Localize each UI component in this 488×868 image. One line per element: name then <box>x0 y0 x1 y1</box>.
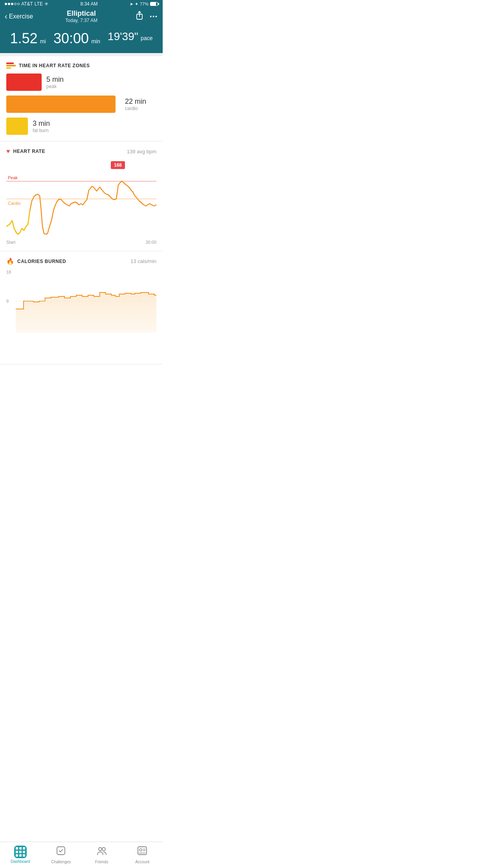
cal-y-mid: 9 <box>6 299 9 303</box>
zones-title: TIME IN HEART RATE ZONES <box>19 63 90 68</box>
cal-title-group: 🔥 CALORIES BURNED <box>6 257 66 265</box>
cal-chart-area <box>16 270 156 333</box>
duration-stat: 30:00 min <box>53 30 100 47</box>
status-right: ➤ ✦ 77% <box>130 2 158 7</box>
flame-icon: 🔥 <box>6 257 14 265</box>
hr-title-group: ♥ HEART RATE <box>6 148 45 155</box>
chevron-left-icon: ‹ <box>5 12 7 21</box>
zone-peak-info: 5 min peak <box>46 75 78 89</box>
cal-chart-svg <box>16 270 156 333</box>
back-label: Exercise <box>9 13 33 20</box>
workout-title: Elliptical <box>65 9 97 18</box>
carrier-label: AT&T <box>21 1 33 7</box>
zone-fatburn-name: fat burn <box>33 128 64 133</box>
stats-row: 1.52 mi 30:00 min 19'39" pace <box>0 26 163 53</box>
calories-section: 🔥 CALORIES BURNED 13 cals/min 18 9 <box>0 251 163 364</box>
zone-fatburn-value: 3 min <box>33 120 64 128</box>
zones-header: TIME IN HEART RATE ZONES <box>6 63 156 69</box>
zone-fatburn-row: 3 min fat burn <box>6 118 156 135</box>
peak-badge: 168 <box>111 161 125 169</box>
zone-fatburn-bar <box>6 118 28 135</box>
workout-subtitle: Today, 7:37 AM <box>65 18 97 23</box>
location-icon: ➤ <box>130 2 133 7</box>
battery-pct: 77% <box>140 2 149 6</box>
svg-text:Peak: Peak <box>8 175 18 180</box>
heart-rate-zones-section: TIME IN HEART RATE ZONES 5 min peak 22 m… <box>0 56 163 142</box>
zones-container: 5 min peak 22 min cardio 3 min fat burn <box>6 74 156 135</box>
pace-value: 19'39" <box>108 30 138 42</box>
signal-dots <box>5 3 20 5</box>
zone-peak-value: 5 min <box>46 75 78 84</box>
zone-cardio-bar <box>6 96 116 113</box>
zone-peak-name: peak <box>46 84 78 89</box>
hr-chart-svg: Peak Cardio <box>6 160 156 238</box>
cal-y-max: 18 <box>6 270 11 274</box>
cal-chart-wrapper: 18 9 <box>6 270 156 333</box>
hr-title: HEART RATE <box>13 149 45 154</box>
bluetooth-icon: ✦ <box>135 2 138 7</box>
zone-peak-bar <box>6 74 42 91</box>
distance-stat: 1.52 mi <box>10 30 46 47</box>
section-gap <box>0 53 163 56</box>
time-label: 8:34 AM <box>80 1 97 7</box>
svg-text:Cardio: Cardio <box>8 201 20 206</box>
hr-end-label: 30:00 <box>145 240 156 245</box>
cal-title: CALORIES BURNED <box>17 259 66 264</box>
zone-fatburn-info: 3 min fat burn <box>33 120 64 133</box>
hr-avg: 139 avg bpm <box>127 149 156 154</box>
share-button[interactable] <box>136 11 143 22</box>
zone-peak-row: 5 min peak <box>6 74 156 91</box>
hr-header: ♥ HEART RATE 139 avg bpm <box>6 148 156 155</box>
zone-cardio-info: 22 min cardio <box>125 97 156 111</box>
status-bar: AT&T LTE ✳ 8:34 AM ➤ ✦ 77% <box>0 0 163 8</box>
zone-cardio-value: 22 min <box>125 97 156 106</box>
heart-icon: ♥ <box>6 148 10 155</box>
more-button[interactable]: ••• <box>150 13 158 20</box>
zones-title-group: TIME IN HEART RATE ZONES <box>6 63 90 69</box>
battery-icon <box>150 2 158 6</box>
nav-bar: ‹ Exercise Elliptical Today, 7:37 AM ••• <box>0 8 163 26</box>
pace-stat: 19'39" pace <box>108 30 152 47</box>
cal-rate: 13 cals/min <box>130 258 156 264</box>
heart-rate-section: ♥ HEART RATE 139 avg bpm 168 Peak Cardio… <box>0 142 163 251</box>
status-left: AT&T LTE ✳ <box>5 1 48 7</box>
distance-unit: mi <box>40 38 46 44</box>
network-label: LTE <box>35 1 43 7</box>
battery-fill <box>150 2 156 6</box>
zone-cardio-name: cardio <box>125 106 156 111</box>
pace-unit: pace <box>141 35 152 41</box>
signal-icon: ✳ <box>44 1 48 7</box>
duration-unit: min <box>91 38 100 44</box>
hr-start-label: Start <box>6 240 15 245</box>
zones-icon <box>6 63 16 69</box>
nav-title: Elliptical Today, 7:37 AM <box>65 9 97 23</box>
duration-value: 30:00 <box>53 30 89 46</box>
hr-chart-area: 168 Peak Cardio <box>6 160 156 238</box>
distance-value: 1.52 <box>10 30 38 46</box>
cal-fill <box>16 292 156 333</box>
hr-chart-labels: Start 30:00 <box>6 240 156 245</box>
cal-header: 🔥 CALORIES BURNED 13 cals/min <box>6 257 156 265</box>
zone-cardio-row: 22 min cardio <box>6 96 156 113</box>
